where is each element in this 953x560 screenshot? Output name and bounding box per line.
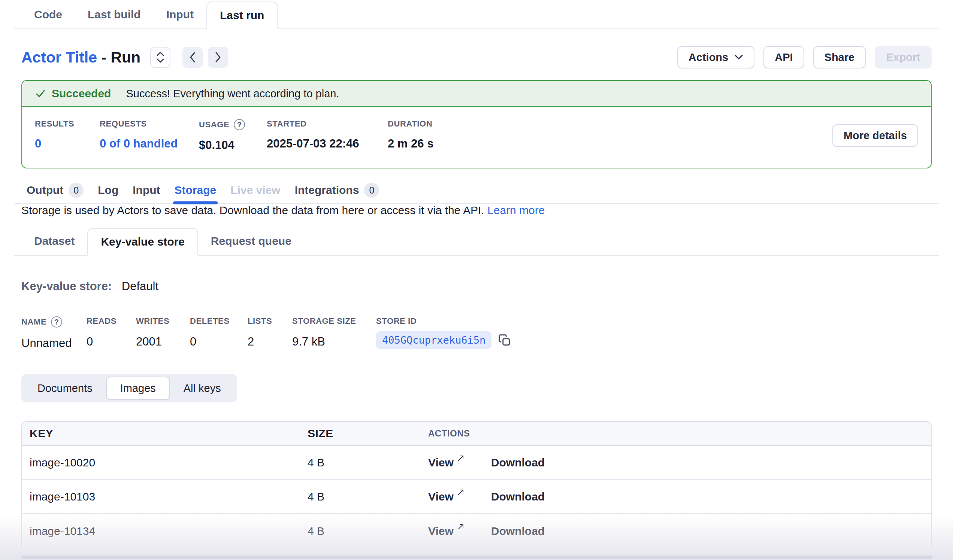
copy-store-id-button[interactable] xyxy=(498,334,511,347)
kv-stat-store-id-label: STORE ID xyxy=(376,316,511,326)
status-banner: Succeeded Success! Everything went accor… xyxy=(22,81,931,107)
kv-stat-lists-value: 2 xyxy=(248,335,292,348)
name-help-icon[interactable] xyxy=(51,316,62,328)
storage-description: Storage is used by Actors to save data. … xyxy=(0,204,953,217)
actor-title-link[interactable]: Actor Title xyxy=(21,49,97,66)
keys-table: KEY SIZE ACTIONS image-10020 4 B View Do… xyxy=(21,421,932,548)
more-details-button[interactable]: More details xyxy=(832,124,918,147)
filter-documents[interactable]: Documents xyxy=(24,377,106,400)
download-link[interactable]: Download xyxy=(491,456,545,469)
view-link[interactable]: View xyxy=(428,490,465,503)
copy-icon xyxy=(498,334,511,347)
view-link[interactable]: View xyxy=(428,525,465,538)
run-status-card: Succeeded Success! Everything went accor… xyxy=(21,80,932,169)
share-button[interactable]: Share xyxy=(813,46,866,68)
run-tab-live-view: Live view xyxy=(230,177,280,204)
stat-started-value: 2025-07-03 22:46 xyxy=(267,137,388,150)
kv-stat-name-value: Unnamed xyxy=(21,337,87,350)
stat-results: RESULTS 0 xyxy=(35,119,99,150)
stat-duration: DURATION 2 m 26 s xyxy=(388,119,433,150)
kv-stat-deletes: DELETES 0 xyxy=(190,316,248,348)
view-link-label: View xyxy=(428,525,454,538)
run-tab-integrations[interactable]: Integrations 0 xyxy=(295,177,379,204)
store-tabbar: Dataset Key-value store Request queue xyxy=(14,228,939,256)
run-tab-log[interactable]: Log xyxy=(98,177,118,204)
more-details-wrap: More details xyxy=(832,124,918,147)
run-header: Actor Title - Run Actions xyxy=(0,46,953,69)
run-stats: RESULTS 0 REQUESTS 0 of 0 handled USAGE … xyxy=(22,107,931,168)
kv-stat-writes-label: WRITES xyxy=(136,316,190,326)
horizontal-scrollbar[interactable] xyxy=(21,555,933,559)
column-actions: ACTIONS xyxy=(418,428,931,439)
stat-usage-label: USAGE xyxy=(199,119,267,130)
row-key: image-10020 xyxy=(22,456,307,469)
kv-stat-name: NAME Unnamed xyxy=(21,316,87,350)
kv-stat-name-label: NAME xyxy=(21,316,87,328)
run-tab-storage[interactable]: Storage xyxy=(175,177,217,204)
run-tab-integrations-label: Integrations xyxy=(295,184,359,196)
tab-request-queue[interactable]: Request queue xyxy=(198,228,304,255)
key-filter-wrap: Documents Images All keys xyxy=(0,374,953,402)
tab-last-build[interactable]: Last build xyxy=(75,2,154,28)
tab-last-run[interactable]: Last run xyxy=(206,2,278,29)
store-id-row: 405GQcuprxeku6i5n xyxy=(376,331,511,349)
stat-usage-label-text: USAGE xyxy=(199,120,229,130)
stat-requests-value[interactable]: 0 of 0 handled xyxy=(99,137,199,150)
download-link[interactable]: Download xyxy=(491,525,545,538)
kv-stat-deletes-value: 0 xyxy=(190,335,248,348)
row-key: image-10103 xyxy=(22,490,307,503)
kv-store-stats: NAME Unnamed READS 0 WRITES 2001 DELETES… xyxy=(0,316,953,350)
kv-store-title-label: Key-value store: xyxy=(21,280,112,293)
status-state: Succeeded xyxy=(52,87,111,100)
learn-more-link[interactable]: Learn more xyxy=(487,204,545,217)
tab-dataset[interactable]: Dataset xyxy=(21,228,87,255)
row-actions: View Download xyxy=(418,490,931,503)
storage-description-text: Storage is used by Actors to save data. … xyxy=(21,204,484,217)
title-run-label: Run xyxy=(110,49,140,66)
chevron-down-icon xyxy=(734,54,743,60)
stat-results-value[interactable]: 0 xyxy=(35,137,99,150)
export-button: Export xyxy=(875,46,932,68)
external-link-icon xyxy=(457,454,465,462)
previous-run-button[interactable] xyxy=(182,47,203,68)
page-title: Actor Title - Run xyxy=(21,49,140,66)
output-count-badge: 0 xyxy=(68,183,84,198)
stat-requests-label: REQUESTS xyxy=(99,119,199,129)
run-selector-button[interactable] xyxy=(150,47,171,68)
api-button[interactable]: API xyxy=(764,46,804,68)
tab-input[interactable]: Input xyxy=(154,2,206,28)
kv-stat-lists-label: LISTS xyxy=(248,316,292,326)
kv-stat-reads: READS 0 xyxy=(87,316,136,348)
kv-stat-storage-size-value: 9.7 kB xyxy=(292,335,376,348)
status-message: Success! Everything went according to pl… xyxy=(126,88,339,100)
chevron-right-icon xyxy=(214,52,222,63)
column-size: SIZE xyxy=(307,427,418,440)
stat-started-label: STARTED xyxy=(267,119,388,129)
kv-stat-reads-value: 0 xyxy=(87,335,136,348)
download-link[interactable]: Download xyxy=(491,490,545,503)
run-tab-output[interactable]: Output 0 xyxy=(26,177,84,204)
row-actions: View Download xyxy=(418,456,931,469)
view-link[interactable]: View xyxy=(428,456,465,469)
run-tab-output-label: Output xyxy=(26,184,63,196)
stat-results-label: RESULTS xyxy=(35,119,99,129)
kv-stat-storage-size: STORAGE SIZE 9.7 kB xyxy=(292,316,376,348)
run-tabbar: Output 0 Log Input Storage Live view Int… xyxy=(14,177,939,204)
row-size: 4 B xyxy=(307,456,418,469)
chevron-left-icon xyxy=(189,52,196,63)
stat-usage: USAGE $0.104 xyxy=(199,119,267,152)
chevron-up-down-icon xyxy=(155,51,165,63)
row-key: image-10134 xyxy=(22,525,307,538)
actions-button[interactable]: Actions xyxy=(677,46,754,68)
check-icon xyxy=(35,88,46,99)
tab-code[interactable]: Code xyxy=(21,2,75,28)
run-tab-input[interactable]: Input xyxy=(133,177,160,204)
tab-key-value-store[interactable]: Key-value store xyxy=(87,228,198,256)
store-id-value[interactable]: 405GQcuprxeku6i5n xyxy=(376,331,492,349)
stat-duration-label: DURATION xyxy=(388,119,433,129)
filter-images[interactable]: Images xyxy=(106,377,170,400)
filter-all-keys[interactable]: All keys xyxy=(170,377,234,400)
next-run-button[interactable] xyxy=(208,47,228,68)
row-actions: View Download xyxy=(418,525,931,538)
usage-help-icon[interactable] xyxy=(234,119,245,130)
